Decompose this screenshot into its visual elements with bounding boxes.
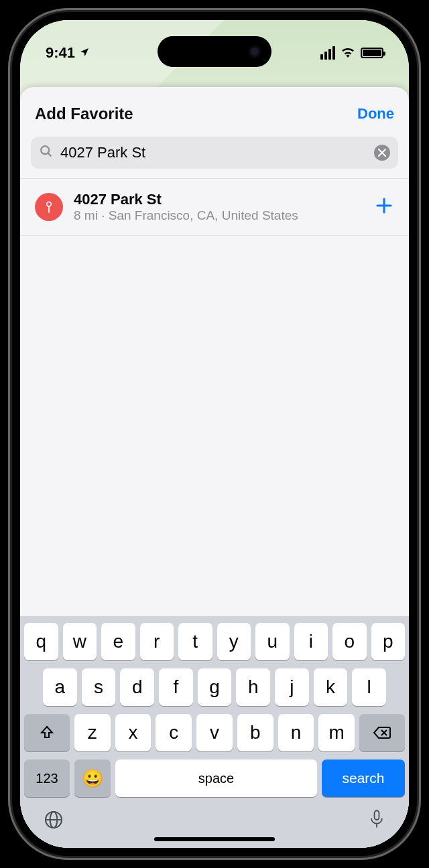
wifi-icon — [341, 44, 355, 62]
result-subtitle: 8 mi · San Francisco, CA, United States — [74, 208, 363, 223]
plus-icon — [374, 196, 394, 216]
keyboard: q w e r t y u i o p a s d f g h — [20, 616, 409, 848]
svg-rect-7 — [375, 810, 379, 820]
key-z[interactable]: z — [74, 714, 111, 751]
key-j[interactable]: j — [275, 668, 309, 706]
key-h[interactable]: h — [236, 668, 270, 706]
pin-icon — [35, 193, 63, 221]
search-key[interactable]: search — [322, 760, 405, 797]
microphone-icon — [367, 809, 386, 830]
key-y[interactable]: y — [217, 623, 251, 660]
key-m[interactable]: m — [318, 714, 355, 751]
home-indicator[interactable] — [154, 837, 275, 841]
key-x[interactable]: x — [115, 714, 151, 751]
key-e[interactable]: e — [101, 623, 135, 660]
key-v[interactable]: v — [196, 714, 233, 751]
keyboard-row-3: z x c v b n m — [24, 714, 405, 751]
emoji-key[interactable]: 😀 — [74, 760, 111, 797]
key-b[interactable]: b — [237, 714, 273, 751]
svg-point-2 — [47, 202, 52, 207]
phone-frame: 9:41 Add Favorite Done — [8, 8, 421, 860]
shift-icon — [39, 725, 55, 741]
dictation-key[interactable] — [367, 809, 386, 833]
key-q[interactable]: q — [24, 623, 58, 660]
status-time: 9:41 — [46, 44, 75, 62]
globe-key[interactable] — [43, 809, 64, 833]
key-l[interactable]: l — [352, 668, 386, 706]
result-row[interactable]: 4027 Park St 8 mi · San Francisco, CA, U… — [20, 179, 409, 236]
key-k[interactable]: k — [314, 668, 348, 706]
clear-button[interactable] — [374, 145, 390, 161]
shift-key[interactable] — [24, 714, 70, 751]
keyboard-row-1: q w e r t y u i o p — [24, 623, 405, 660]
key-w[interactable]: w — [63, 623, 97, 660]
delete-key[interactable] — [359, 714, 405, 751]
key-g[interactable]: g — [198, 668, 232, 706]
key-n[interactable]: n — [278, 714, 314, 751]
search-results: 4027 Park St 8 mi · San Francisco, CA, U… — [20, 178, 409, 236]
cellular-signal-icon — [320, 46, 335, 60]
key-r[interactable]: r — [140, 623, 174, 660]
key-c[interactable]: c — [156, 714, 192, 751]
add-favorite-button[interactable] — [374, 196, 394, 218]
svg-point-0 — [41, 146, 49, 154]
key-o[interactable]: o — [332, 623, 367, 660]
screen: 9:41 Add Favorite Done — [20, 20, 409, 848]
key-a[interactable]: a — [43, 668, 77, 706]
key-d[interactable]: d — [120, 668, 154, 706]
globe-icon — [43, 809, 64, 830]
done-button[interactable]: Done — [357, 105, 394, 123]
key-i[interactable]: i — [294, 623, 328, 660]
numbers-key[interactable]: 123 — [24, 760, 70, 797]
close-icon — [378, 149, 386, 157]
add-favorite-sheet: Add Favorite Done — [20, 87, 409, 848]
svg-line-1 — [48, 153, 52, 157]
key-s[interactable]: s — [82, 668, 116, 706]
key-u[interactable]: u — [255, 623, 290, 660]
status-bar: 9:41 — [20, 38, 409, 68]
search-icon — [39, 144, 54, 161]
emoji-icon: 😀 — [82, 768, 103, 789]
key-p[interactable]: p — [371, 623, 406, 660]
space-key[interactable]: space — [115, 760, 317, 797]
sheet-title: Add Favorite — [35, 104, 133, 123]
search-input[interactable] — [60, 144, 367, 161]
key-t[interactable]: t — [178, 623, 212, 660]
battery-icon — [361, 48, 383, 58]
backspace-icon — [373, 725, 391, 740]
keyboard-row-4: 123 😀 space search — [24, 760, 405, 797]
location-arrow-icon — [79, 44, 90, 62]
key-f[interactable]: f — [159, 668, 193, 706]
search-field[interactable] — [31, 137, 398, 169]
keyboard-row-2: a s d f g h j k l — [24, 668, 405, 706]
result-title: 4027 Park St — [74, 191, 363, 208]
